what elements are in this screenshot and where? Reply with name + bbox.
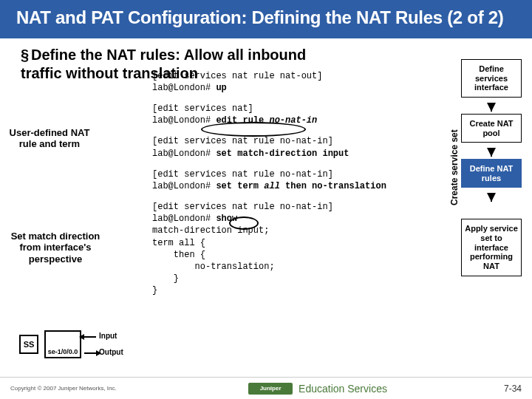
workflow-sidebar: Create service set Define services inter… [455, 59, 522, 293]
service-set-box: SS [19, 335, 38, 354]
workflow-step-1: Define services interface [461, 59, 522, 98]
copyright-text: Copyright © 2007 Juniper Networks, Inc. [10, 385, 158, 392]
arrow-down-icon [487, 103, 496, 112]
output-label: Output [99, 348, 123, 356]
page-number: 7-34 [477, 383, 522, 394]
slide-footer: Copyright © 2007 Juniper Networks, Inc. … [0, 377, 532, 399]
sidebar-vertical-label: Create service set [449, 129, 460, 205]
workflow-step-2: Create NAT pool [461, 114, 522, 143]
arrow-right-icon [84, 352, 96, 354]
arrow-down-icon [487, 148, 496, 157]
interface-diagram: SS se-1/0/0.0 Input Output [19, 330, 145, 360]
footer-brand: Juniper Education Services [158, 383, 477, 395]
arrow-left-icon [84, 336, 96, 338]
juniper-logo: Juniper [248, 383, 293, 395]
annotation-match-direction: Set match direction from interface's per… [0, 231, 111, 265]
input-label: Input [99, 332, 117, 340]
workflow-step-3-active: Define NAT rules [461, 159, 522, 188]
annotation-user-defined: User-defined NAT rule and term [9, 127, 90, 150]
bullet-marker: § [21, 46, 31, 64]
education-services-label: Education Services [299, 383, 387, 395]
workflow-step-4: Apply service set to interface performin… [461, 219, 522, 276]
slide-header: NAT and PAT Configuration: Defining the … [0, 0, 532, 38]
arrow-down-icon [487, 193, 496, 202]
interface-box: se-1/0/0.0 [44, 330, 81, 358]
slide-title: NAT and PAT Configuration: Defining the … [16, 7, 516, 28]
